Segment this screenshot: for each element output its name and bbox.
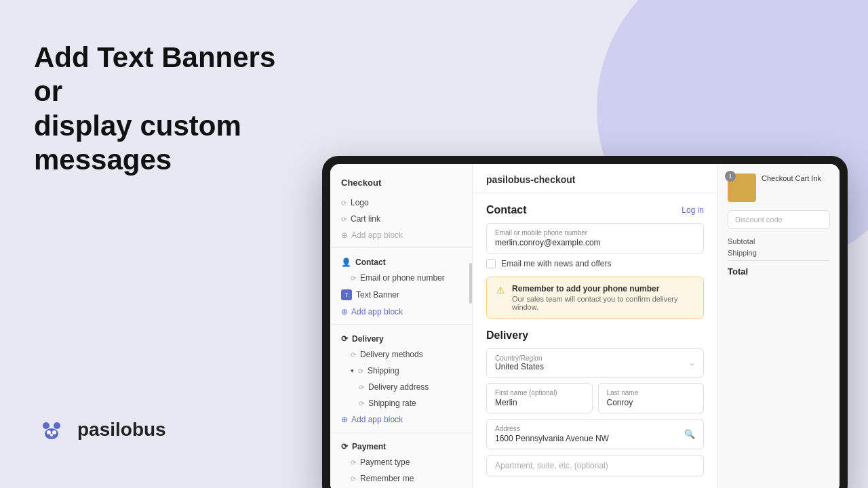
- name-row: First name (optional) Merlin Last name C…: [486, 383, 704, 413]
- discount-field[interactable]: Discount code: [728, 210, 830, 229]
- newsletter-checkbox[interactable]: [486, 259, 496, 268]
- warning-banner: ⚠ Remember to add your phone number Our …: [486, 277, 704, 319]
- subtotal-line: Subtotal: [728, 237, 830, 245]
- sync-icon-delivery-address: ⟳: [359, 384, 364, 391]
- sidebar-item-label-shipping: Shipping: [368, 366, 399, 375]
- sync-icon-email: ⟳: [351, 274, 356, 282]
- email-field[interactable]: Email or mobile phone number merlin.conr…: [486, 223, 704, 253]
- sidebar-item-delivery-methods[interactable]: ⟳ Delivery methods: [330, 346, 472, 363]
- brand-icon: [34, 412, 69, 447]
- add-app-block-label-2: Add app block: [351, 307, 403, 317]
- address-label: Address: [495, 425, 684, 432]
- sync-icon-shipping: ⟳: [358, 367, 363, 375]
- country-select-content: Country/Region United States: [495, 354, 544, 371]
- headline-block: Add Text Banners or display custom messa…: [34, 41, 292, 178]
- login-link[interactable]: Log in: [682, 205, 704, 215]
- sidebar-title: Checkout: [330, 175, 472, 195]
- discount-placeholder: Discount code: [735, 216, 783, 224]
- last-name-value: Conroy: [607, 398, 696, 407]
- add-icon-3: ⊕: [341, 415, 348, 424]
- add-app-block-label-3: Add app block: [351, 415, 403, 424]
- add-app-block-label-1: Add app block: [351, 230, 403, 240]
- sync-icon-shipping-rate: ⟳: [359, 400, 364, 407]
- sync-icon-remember: ⟳: [351, 475, 356, 483]
- shipping-line: Shipping: [728, 249, 830, 257]
- sidebar-item-delivery-address[interactable]: ⟳ Delivery address: [330, 379, 472, 395]
- first-name-field[interactable]: First name (optional) Merlin: [486, 383, 593, 413]
- person-icon: 👤: [341, 258, 351, 267]
- contact-section-title: Contact: [486, 204, 527, 216]
- newsletter-label: Email me with news and offers: [501, 259, 612, 268]
- section-label-contact: Contact: [355, 258, 386, 267]
- brand-logo: pasilobus: [34, 412, 292, 447]
- sidebar-item-shipping-rate[interactable]: ⟳ Shipping rate: [330, 395, 472, 411]
- checkout-title: pasilobus-checkout: [486, 174, 575, 185]
- first-name-label: First name (optional): [495, 389, 584, 396]
- warning-title: Remember to add your phone number: [512, 284, 694, 293]
- sync-icon-logo: ⟳: [341, 199, 347, 207]
- sync-icon-delivery-methods: ⟳: [351, 351, 356, 359]
- headline-line2: display custom messages: [34, 110, 241, 176]
- sidebar-item-remember-me[interactable]: ⟳ Remember me: [330, 470, 472, 487]
- email-field-label: Email or mobile phone number: [495, 229, 695, 237]
- warning-sub: Our sales team will contact you to confi…: [512, 295, 694, 311]
- order-item: 1 Checkout Cart Ink: [728, 174, 830, 202]
- newsletter-row[interactable]: Email me with news and offers: [486, 259, 704, 268]
- divider-2: [330, 324, 472, 325]
- total-label: Total: [728, 266, 748, 277]
- checkout-body: Contact Log in Email or mobile phone num…: [473, 193, 717, 488]
- sync-icon-cart: ⟳: [341, 216, 347, 223]
- sidebar-section-contact: 👤 Contact: [330, 252, 472, 270]
- warning-icon: ⚠: [496, 285, 505, 311]
- main-checkout-content: pasilobus-checkout Contact Log in Email …: [473, 164, 717, 488]
- item-badge: 1: [725, 171, 736, 182]
- address-field[interactable]: Address 1600 Pennsylvania Avenue NW 🔍: [486, 419, 704, 449]
- add-app-block-1[interactable]: ⊕ Add app block: [330, 227, 472, 243]
- sync-icon-payment-type: ⟳: [351, 459, 356, 466]
- svg-point-6: [50, 434, 53, 436]
- sidebar-item-email-phone[interactable]: ⟳ Email or phone number: [330, 270, 472, 286]
- sidebar-item-label-cart: Cart link: [351, 214, 380, 224]
- left-panel: Add Text Banners or display custom messa…: [0, 0, 326, 488]
- chevron-shipping: ▾: [351, 367, 354, 374]
- sidebar-item-payment-type[interactable]: ⟳ Payment type: [330, 454, 472, 470]
- country-label: Country/Region: [495, 354, 544, 362]
- add-icon-2: ⊕: [341, 307, 348, 317]
- section-label-payment: Payment: [352, 442, 386, 451]
- sidebar-section-payment: ⟳ Payment: [330, 436, 472, 454]
- apt-field[interactable]: Apartment, suite, etc. (optional): [486, 455, 704, 476]
- sidebar-item-label-delivery-address: Delivery address: [368, 382, 429, 392]
- sidebar-item-text-banner[interactable]: T Text Banner: [330, 286, 472, 304]
- email-field-value: merlin.conroy@example.com: [495, 238, 695, 247]
- item-name: Checkout Cart Ink: [762, 174, 821, 202]
- add-app-block-3[interactable]: ⊕ Add app block: [330, 411, 472, 428]
- contact-section-header: Contact Log in: [486, 204, 704, 216]
- svg-point-4: [47, 430, 51, 434]
- order-summary-panel: 1 Checkout Cart Ink Discount code Subtot…: [717, 164, 840, 488]
- sidebar-item-shipping[interactable]: ▾ ⟳ Shipping: [330, 363, 472, 379]
- shipping-label: Shipping: [728, 249, 757, 257]
- divider-1: [330, 247, 472, 248]
- svg-point-5: [52, 430, 56, 434]
- scroll-indicator: [469, 263, 472, 304]
- country-select[interactable]: Country/Region United States ⌄: [486, 348, 704, 378]
- total-line: Total: [728, 260, 830, 277]
- sidebar[interactable]: Checkout ⟳ Logo ⟳ Cart link ⊕ Add app bl…: [330, 164, 473, 488]
- sidebar-item-logo[interactable]: ⟳ Logo: [330, 195, 472, 211]
- svg-point-1: [43, 422, 50, 429]
- last-name-label: Last name: [607, 389, 696, 396]
- address-value: 1600 Pennsylvania Avenue NW: [495, 434, 684, 443]
- apt-placeholder: Apartment, suite, etc. (optional): [495, 461, 608, 470]
- subtotal-label: Subtotal: [728, 237, 755, 245]
- delivery-section-header: Delivery: [486, 329, 704, 342]
- add-icon-1: ⊕: [341, 230, 348, 240]
- add-app-block-2[interactable]: ⊕ Add app block: [330, 304, 472, 320]
- sidebar-item-label-payment-type: Payment type: [360, 458, 410, 467]
- last-name-field[interactable]: Last name Conroy: [598, 383, 705, 413]
- brand-name: pasilobus: [77, 419, 166, 441]
- search-icon: 🔍: [684, 429, 695, 439]
- svg-point-2: [54, 422, 60, 429]
- section-label-delivery: Delivery: [352, 334, 384, 344]
- sidebar-item-cart-link[interactable]: ⟳ Cart link: [330, 211, 472, 227]
- delivery-icon: ⟳: [341, 334, 348, 344]
